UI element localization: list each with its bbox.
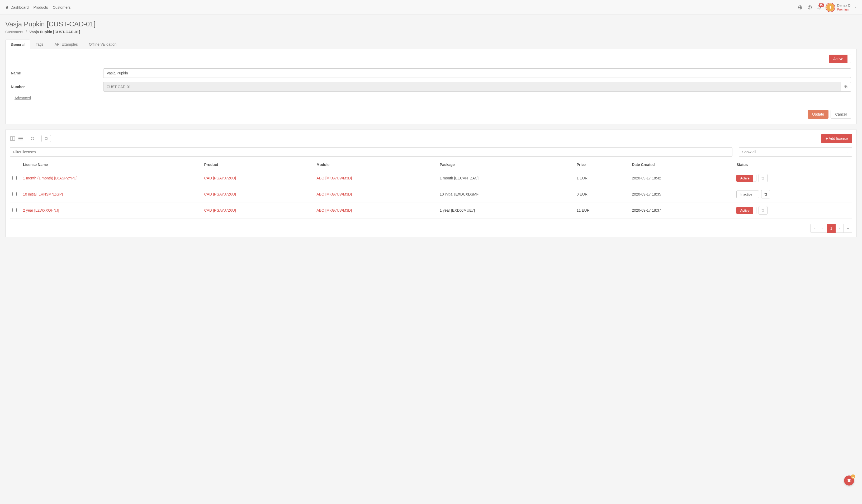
licenses-table: License Name Product Module Package Pric… <box>10 159 852 218</box>
page-last[interactable]: » <box>843 224 852 233</box>
bordered-button[interactable] <box>41 135 51 142</box>
number-input[interactable] <box>103 82 841 92</box>
status-filter-select[interactable]: Show all <box>739 147 852 157</box>
svg-rect-6 <box>11 137 12 141</box>
user-menu[interactable]: Demo D. Premium <box>826 3 857 11</box>
license-status-label[interactable]: Active <box>736 207 753 214</box>
price-cell: 1 EUR <box>574 170 629 186</box>
home-icon <box>5 5 9 9</box>
help-icon[interactable] <box>807 5 812 10</box>
tab-general[interactable]: General <box>5 40 30 49</box>
list-view-icon[interactable] <box>18 136 24 142</box>
nav-dashboard-label: Dashboard <box>11 5 29 10</box>
cancel-button[interactable]: Cancel <box>831 110 851 119</box>
license-name-link[interactable]: 2 year [LZWXXQHNJ] <box>23 208 59 212</box>
col-price[interactable]: Price <box>574 159 629 170</box>
square-icon <box>44 137 48 141</box>
page-first[interactable]: « <box>810 224 819 233</box>
col-product[interactable]: Product <box>201 159 314 170</box>
product-link[interactable]: CAD [PGAYJ7Z6U] <box>204 208 236 212</box>
columns-view-icon[interactable] <box>10 136 16 142</box>
copy-icon <box>844 85 848 89</box>
col-name[interactable]: License Name <box>20 159 201 170</box>
toggle-handle[interactable] <box>753 175 756 182</box>
license-status-label[interactable]: Active <box>736 175 753 182</box>
package-cell: 1 month [EECVNTZAC] <box>437 170 574 186</box>
license-filters: Show all <box>10 147 852 157</box>
license-status-toggle[interactable]: Active <box>736 175 756 182</box>
trash-icon <box>764 193 768 196</box>
col-checkbox <box>10 159 20 170</box>
row-checkbox[interactable] <box>12 176 17 180</box>
toggle-handle[interactable] <box>756 190 759 198</box>
license-name-link[interactable]: 1 month (1 month) [L6ASP2YPU] <box>23 176 77 180</box>
module-link[interactable]: ABO [MKG7UWM3D] <box>316 208 352 212</box>
license-status-toggle[interactable]: Inactive <box>736 190 759 198</box>
pagination: « ‹ 1 › » <box>10 224 852 233</box>
notification-badge: 15 <box>819 3 824 7</box>
breadcrumb-separator: / <box>26 30 27 34</box>
date-cell: 2020-09-17 18:42 <box>629 170 734 186</box>
add-license-button[interactable]: + Add license <box>821 134 852 143</box>
col-package[interactable]: Package <box>437 159 574 170</box>
update-button[interactable]: Update <box>808 110 828 119</box>
page-next[interactable]: › <box>836 224 844 233</box>
advanced-toggle[interactable]: Advanced <box>11 96 31 100</box>
package-cell: 10 initial [EXDUXDSMF] <box>437 186 574 202</box>
bell-icon[interactable]: 15 <box>817 5 822 10</box>
license-status-label[interactable]: Inactive <box>736 190 756 198</box>
row-checkbox[interactable] <box>12 192 17 196</box>
licenses-toolbar: + Add license <box>10 134 852 143</box>
status-active-label[interactable]: Active <box>829 55 848 63</box>
page-header: Vasja Pupkin [CUST-CAD-01] Customers / V… <box>0 15 862 39</box>
top-nav: Dashboard Products Customers 15 Demo D. … <box>0 0 862 15</box>
chevron-down-icon <box>854 6 857 9</box>
svg-rect-7 <box>13 137 15 141</box>
col-date[interactable]: Date Created <box>629 159 734 170</box>
copy-button[interactable] <box>841 82 851 92</box>
table-row: 10 initial [LRNSMNZGP]CAD [PGAYJ7Z6U]ABO… <box>10 186 852 202</box>
page-prev[interactable]: ‹ <box>819 224 827 233</box>
user-name: Demo D. <box>837 3 851 8</box>
module-link[interactable]: ABO [MKG7UWM3D] <box>316 192 352 196</box>
user-info: Demo D. Premium <box>837 3 851 11</box>
user-tier: Premium <box>837 8 851 11</box>
product-link[interactable]: CAD [PGAYJ7Z6U] <box>204 176 236 180</box>
globe-icon[interactable] <box>798 5 802 10</box>
product-link[interactable]: CAD [PGAYJ7Z6U] <box>204 192 236 196</box>
price-cell: 0 EUR <box>574 186 629 202</box>
nav-dashboard[interactable]: Dashboard <box>5 5 29 10</box>
panel-footer: Update Cancel <box>11 105 851 119</box>
date-cell: 2020-09-17 18:37 <box>629 202 734 218</box>
page-current[interactable]: 1 <box>827 224 836 233</box>
nav-products[interactable]: Products <box>34 5 48 10</box>
toggle-handle[interactable] <box>753 207 756 214</box>
customer-panel-wrap: General Tags API Examples Offline Valida… <box>0 39 862 130</box>
col-status[interactable]: Status <box>734 159 852 170</box>
delete-license-button <box>759 206 768 214</box>
col-module[interactable]: Module <box>314 159 437 170</box>
module-link[interactable]: ABO [MKG7UWM3D] <box>316 176 352 180</box>
svg-rect-11 <box>45 137 47 140</box>
breadcrumb-root[interactable]: Customers <box>5 30 23 34</box>
chevron-down-icon <box>11 96 13 99</box>
license-name-link[interactable]: 10 initial [LRNSMNZGP] <box>23 192 63 196</box>
add-license-label: Add license <box>829 136 848 141</box>
breadcrumb-current: Vasja Pupkin [CUST-CAD-01] <box>29 30 80 34</box>
name-input[interactable] <box>103 68 851 78</box>
license-status-toggle[interactable]: Active <box>736 207 756 214</box>
name-row: Name <box>11 68 851 78</box>
refresh-button[interactable] <box>28 135 37 142</box>
customer-status-toggle[interactable]: Active <box>829 55 851 63</box>
nav-customers[interactable]: Customers <box>53 5 71 10</box>
number-input-group <box>103 82 851 92</box>
filter-licenses-input[interactable] <box>10 147 732 157</box>
tab-tags[interactable]: Tags <box>30 39 49 49</box>
toggle-handle[interactable] <box>848 55 851 63</box>
advanced-label: Advanced <box>14 96 31 100</box>
delete-license-button[interactable] <box>761 190 770 198</box>
tab-api-examples[interactable]: API Examples <box>49 39 83 49</box>
nav-left: Dashboard Products Customers <box>5 5 70 10</box>
row-checkbox[interactable] <box>12 208 17 212</box>
tab-offline-validation[interactable]: Offline Validation <box>83 39 122 49</box>
